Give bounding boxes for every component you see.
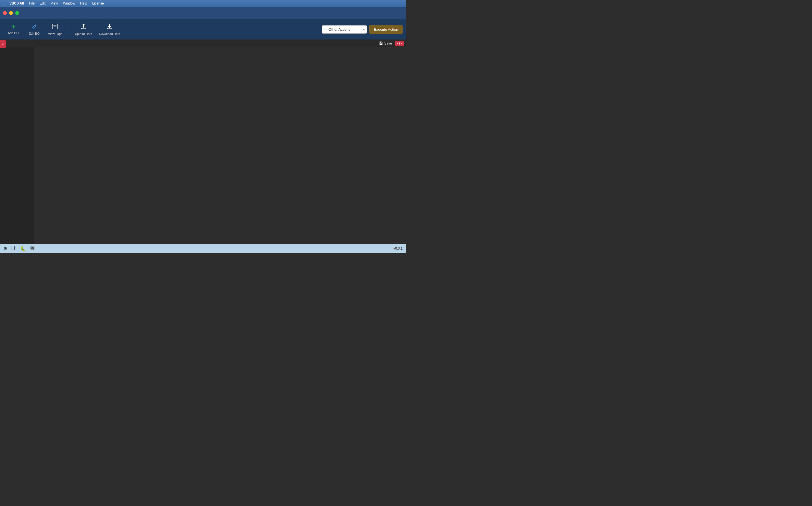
statusbar-left: ⚙ 🐛 [3, 245, 35, 252]
upload-data-button[interactable]: Upload Data [72, 21, 95, 37]
menubar-view[interactable]: View [51, 1, 58, 5]
execute-action-button[interactable]: Execute Action [369, 25, 403, 34]
titlebar [0, 7, 406, 19]
sidebar: « [0, 39, 34, 244]
logout-icon[interactable] [11, 245, 16, 252]
main-panel-header: 💾 Save </> [34, 39, 406, 48]
other-actions-wrapper: -- Other Actions --Option 1Option 2 [322, 25, 367, 33]
database-icon[interactable] [30, 245, 35, 252]
add-bo-button[interactable]: + Add BO [3, 22, 23, 36]
upload-data-label: Upload Data [75, 32, 92, 35]
svg-text:LOG: LOG [53, 25, 54, 26]
add-bo-icon: + [12, 24, 15, 30]
code-view-button[interactable]: </> [395, 41, 404, 46]
sidebar-panel-header: « [0, 39, 34, 48]
menubar-help[interactable]: Help [80, 1, 87, 5]
toolbar-actions-right: -- Other Actions --Option 1Option 2 Exec… [322, 25, 403, 34]
view-logs-label: View Logs [48, 32, 62, 35]
version-label: v0.0.1 [393, 247, 403, 250]
menubar-edit[interactable]: Edit [40, 1, 46, 5]
svg-point-8 [31, 246, 34, 248]
toolbar-separator-1 [69, 22, 69, 36]
view-logs-icon: LOG [52, 23, 58, 31]
minimize-window-button[interactable] [9, 11, 13, 15]
menubar:  VBCS Alt File Edit View Window Help Li… [0, 0, 406, 7]
menubar-window[interactable]: Window [63, 1, 75, 5]
save-icon: 💾 [379, 41, 383, 46]
add-bo-label: Add BO [8, 31, 19, 35]
content-area: « 💾 Save </> [0, 39, 406, 244]
edit-bo-icon [31, 23, 37, 31]
menubar-file[interactable]: File [29, 1, 35, 5]
settings-icon[interactable]: ⚙ [3, 246, 7, 251]
menubar-license[interactable]: License [92, 1, 104, 5]
download-data-label: Download Data [99, 32, 120, 35]
apple-menu[interactable]:  [3, 1, 4, 6]
maximize-window-button[interactable] [15, 11, 19, 15]
main-panel: 💾 Save </> [34, 39, 406, 244]
bug-icon[interactable]: 🐛 [20, 246, 26, 251]
upload-data-icon [80, 23, 87, 31]
toolbar: + Add BO Edit BO LOG View Logs [0, 19, 406, 39]
view-logs-button[interactable]: LOG View Logs [45, 21, 65, 37]
close-window-button[interactable] [3, 11, 7, 15]
save-button[interactable]: 💾 Save [377, 41, 394, 46]
collapse-sidebar-button[interactable]: « [0, 40, 6, 48]
statusbar: ⚙ 🐛 v0.0.1 [0, 244, 406, 253]
download-data-button[interactable]: Download Data [96, 21, 123, 37]
download-data-icon [106, 23, 113, 31]
save-label: Save [384, 41, 392, 46]
main-content-area [34, 48, 406, 244]
edit-bo-button[interactable]: Edit BO [24, 22, 44, 37]
edit-bo-label: Edit BO [29, 32, 40, 35]
menubar-app-name[interactable]: VBCS Alt [9, 1, 24, 5]
other-actions-select[interactable]: -- Other Actions --Option 1Option 2 [322, 25, 367, 33]
